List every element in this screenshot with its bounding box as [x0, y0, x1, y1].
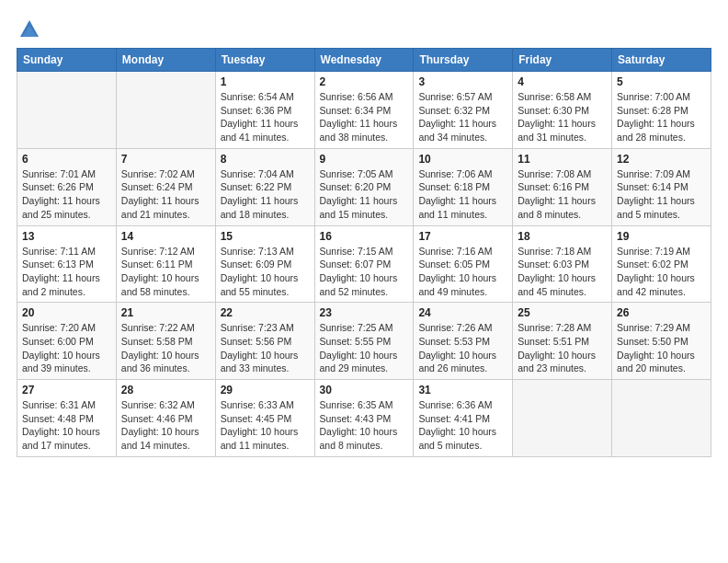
calendar-cell: 29Sunrise: 6:33 AMSunset: 4:45 PMDayligh…: [215, 380, 314, 457]
day-info: Sunrise: 7:28 AMSunset: 5:51 PMDaylight:…: [518, 321, 607, 375]
day-number: 17: [418, 230, 507, 243]
calendar-cell: 26Sunrise: 7:29 AMSunset: 5:50 PMDayligh…: [612, 303, 711, 380]
day-number: 13: [22, 230, 111, 243]
logo-icon: [17, 17, 42, 42]
day-info: Sunrise: 6:33 AMSunset: 4:45 PMDaylight:…: [221, 398, 310, 453]
calendar-cell: [116, 72, 215, 149]
calendar-cell: 8Sunrise: 7:04 AMSunset: 6:22 PMDaylight…: [215, 148, 314, 225]
header: [17, 17, 711, 42]
day-number: 1: [221, 75, 310, 88]
calendar-cell: 1Sunrise: 6:54 AMSunset: 6:36 PMDaylight…: [215, 72, 314, 149]
day-number: 14: [121, 230, 210, 243]
calendar-cell: [612, 380, 711, 457]
day-number: 27: [22, 384, 111, 396]
day-info: Sunrise: 7:25 AMSunset: 5:55 PMDaylight:…: [320, 321, 409, 375]
calendar-cell: 7Sunrise: 7:02 AMSunset: 6:24 PMDaylight…: [116, 148, 215, 225]
calendar-cell: 23Sunrise: 7:25 AMSunset: 5:55 PMDayligh…: [314, 303, 414, 380]
weekday-header-wednesday: Wednesday: [314, 49, 414, 72]
day-number: 18: [518, 230, 607, 243]
calendar-cell: 5Sunrise: 7:00 AMSunset: 6:28 PMDaylight…: [612, 72, 711, 149]
day-info: Sunrise: 7:11 AMSunset: 6:13 PMDaylight:…: [22, 245, 111, 299]
calendar-cell: 4Sunrise: 6:58 AMSunset: 6:30 PMDaylight…: [513, 72, 612, 149]
calendar-cell: 2Sunrise: 6:56 AMSunset: 6:34 PMDaylight…: [314, 72, 414, 149]
calendar-cell: 3Sunrise: 6:57 AMSunset: 6:32 PMDaylight…: [414, 72, 513, 149]
day-number: 19: [617, 230, 706, 243]
week-row-2: 13Sunrise: 7:11 AMSunset: 6:13 PMDayligh…: [17, 225, 711, 303]
weekday-header-thursday: Thursday: [414, 49, 513, 72]
calendar-cell: 30Sunrise: 6:35 AMSunset: 4:43 PMDayligh…: [314, 380, 414, 457]
calendar-cell: [513, 380, 612, 457]
weekday-row: SundayMondayTuesdayWednesdayThursdayFrid…: [17, 49, 711, 72]
day-number: 15: [221, 230, 310, 243]
day-info: Sunrise: 7:20 AMSunset: 6:00 PMDaylight:…: [22, 321, 111, 375]
weekday-header-monday: Monday: [116, 49, 215, 72]
logo: [17, 17, 46, 42]
day-info: Sunrise: 7:29 AMSunset: 5:50 PMDaylight:…: [617, 321, 706, 375]
day-number: 16: [320, 230, 409, 243]
calendar-cell: 12Sunrise: 7:09 AMSunset: 6:14 PMDayligh…: [612, 148, 711, 225]
page: SundayMondayTuesdayWednesdayThursdayFrid…: [0, 0, 728, 466]
day-number: 28: [121, 384, 210, 396]
calendar-cell: 22Sunrise: 7:23 AMSunset: 5:56 PMDayligh…: [215, 303, 314, 380]
day-number: 10: [418, 153, 507, 166]
day-number: 29: [221, 384, 310, 396]
day-number: 26: [617, 306, 706, 319]
day-info: Sunrise: 7:12 AMSunset: 6:11 PMDaylight:…: [121, 245, 210, 299]
day-number: 9: [320, 153, 409, 166]
calendar-cell: 31Sunrise: 6:36 AMSunset: 4:41 PMDayligh…: [414, 380, 513, 457]
day-number: 2: [320, 75, 409, 88]
calendar-cell: 15Sunrise: 7:13 AMSunset: 6:09 PMDayligh…: [215, 225, 314, 303]
weekday-header-friday: Friday: [513, 49, 612, 72]
day-info: Sunrise: 7:15 AMSunset: 6:07 PMDaylight:…: [320, 245, 409, 299]
calendar-cell: 14Sunrise: 7:12 AMSunset: 6:11 PMDayligh…: [116, 225, 215, 303]
day-number: 31: [418, 384, 507, 396]
day-info: Sunrise: 6:58 AMSunset: 6:30 PMDaylight:…: [518, 90, 607, 144]
calendar-cell: 27Sunrise: 6:31 AMSunset: 4:48 PMDayligh…: [17, 380, 117, 457]
day-info: Sunrise: 7:22 AMSunset: 5:58 PMDaylight:…: [121, 321, 210, 375]
week-row-3: 20Sunrise: 7:20 AMSunset: 6:00 PMDayligh…: [17, 303, 711, 380]
day-info: Sunrise: 7:01 AMSunset: 6:26 PMDaylight:…: [22, 167, 111, 222]
calendar-cell: 9Sunrise: 7:05 AMSunset: 6:20 PMDaylight…: [314, 148, 414, 225]
day-number: 20: [22, 306, 111, 319]
day-number: 6: [22, 153, 111, 166]
day-info: Sunrise: 7:18 AMSunset: 6:03 PMDaylight:…: [518, 245, 607, 299]
calendar-body: 1Sunrise: 6:54 AMSunset: 6:36 PMDaylight…: [17, 72, 711, 457]
weekday-header-tuesday: Tuesday: [215, 49, 314, 72]
day-number: 24: [418, 306, 507, 319]
day-info: Sunrise: 7:16 AMSunset: 6:05 PMDaylight:…: [418, 245, 507, 299]
calendar-cell: 18Sunrise: 7:18 AMSunset: 6:03 PMDayligh…: [513, 225, 612, 303]
calendar-cell: 24Sunrise: 7:26 AMSunset: 5:53 PMDayligh…: [414, 303, 513, 380]
day-info: Sunrise: 6:54 AMSunset: 6:36 PMDaylight:…: [221, 90, 310, 144]
calendar-cell: 19Sunrise: 7:19 AMSunset: 6:02 PMDayligh…: [612, 225, 711, 303]
day-number: 4: [518, 75, 607, 88]
calendar-cell: 11Sunrise: 7:08 AMSunset: 6:16 PMDayligh…: [513, 148, 612, 225]
calendar: SundayMondayTuesdayWednesdayThursdayFrid…: [17, 48, 711, 457]
day-info: Sunrise: 7:23 AMSunset: 5:56 PMDaylight:…: [221, 321, 310, 375]
weekday-header-sunday: Sunday: [17, 49, 117, 72]
calendar-cell: 6Sunrise: 7:01 AMSunset: 6:26 PMDaylight…: [17, 148, 117, 225]
calendar-cell: 21Sunrise: 7:22 AMSunset: 5:58 PMDayligh…: [116, 303, 215, 380]
day-number: 5: [617, 75, 706, 88]
day-info: Sunrise: 7:02 AMSunset: 6:24 PMDaylight:…: [121, 167, 210, 222]
day-info: Sunrise: 7:19 AMSunset: 6:02 PMDaylight:…: [617, 245, 706, 299]
day-number: 12: [617, 153, 706, 166]
calendar-header: SundayMondayTuesdayWednesdayThursdayFrid…: [17, 49, 711, 72]
week-row-4: 27Sunrise: 6:31 AMSunset: 4:48 PMDayligh…: [17, 380, 711, 457]
day-info: Sunrise: 7:09 AMSunset: 6:14 PMDaylight:…: [617, 167, 706, 222]
day-number: 11: [518, 153, 607, 166]
weekday-header-saturday: Saturday: [612, 49, 711, 72]
calendar-cell: 17Sunrise: 7:16 AMSunset: 6:05 PMDayligh…: [414, 225, 513, 303]
day-number: 25: [518, 306, 607, 319]
day-number: 3: [418, 75, 507, 88]
calendar-cell: 20Sunrise: 7:20 AMSunset: 6:00 PMDayligh…: [17, 303, 117, 380]
day-info: Sunrise: 6:35 AMSunset: 4:43 PMDaylight:…: [320, 398, 409, 453]
calendar-cell: 13Sunrise: 7:11 AMSunset: 6:13 PMDayligh…: [17, 225, 117, 303]
day-info: Sunrise: 7:06 AMSunset: 6:18 PMDaylight:…: [418, 167, 507, 222]
day-number: 7: [121, 153, 210, 166]
calendar-cell: 10Sunrise: 7:06 AMSunset: 6:18 PMDayligh…: [414, 148, 513, 225]
day-number: 21: [121, 306, 210, 319]
day-info: Sunrise: 6:36 AMSunset: 4:41 PMDaylight:…: [418, 398, 507, 453]
day-info: Sunrise: 6:57 AMSunset: 6:32 PMDaylight:…: [418, 90, 507, 144]
day-info: Sunrise: 6:32 AMSunset: 4:46 PMDaylight:…: [121, 398, 210, 453]
day-info: Sunrise: 7:26 AMSunset: 5:53 PMDaylight:…: [418, 321, 507, 375]
